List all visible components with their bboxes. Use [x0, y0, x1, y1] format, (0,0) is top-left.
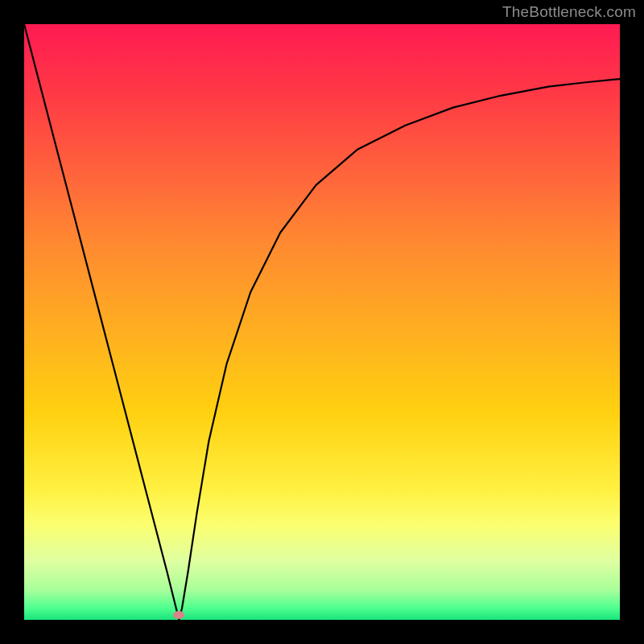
- chart-frame: TheBottleneck.com: [0, 0, 644, 644]
- watermark-text: TheBottleneck.com: [502, 3, 636, 21]
- plot-area: [24, 24, 620, 620]
- bottleneck-curve: [24, 24, 620, 620]
- curve-svg: [24, 24, 620, 620]
